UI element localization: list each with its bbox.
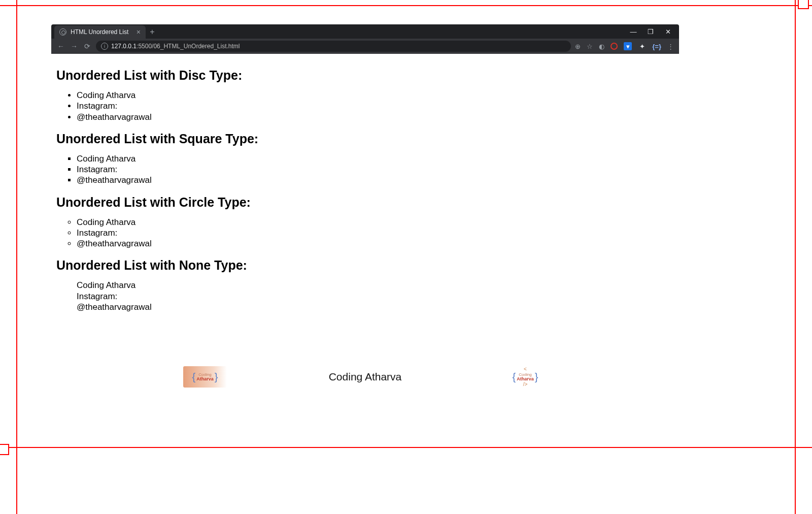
list-item: Instagram: bbox=[77, 164, 674, 175]
tab-title: HTML Unordered List bbox=[71, 28, 128, 36]
list-item: @theatharvagrawal bbox=[77, 238, 674, 249]
heading-none: Unordered List with None Type: bbox=[56, 258, 674, 273]
list-item: Coding Atharva bbox=[77, 153, 674, 164]
list-square: Coding Atharva Instagram: @theatharvagra… bbox=[56, 153, 674, 186]
extension-icon-3[interactable]: ▾ bbox=[624, 42, 632, 50]
list-item: Coding Atharva bbox=[77, 280, 674, 291]
site-info-icon[interactable]: i bbox=[101, 43, 108, 50]
footer-band: { Coding Atharva } Coding Atharva < { Co… bbox=[51, 362, 679, 392]
brace-icon: } bbox=[534, 372, 539, 382]
minimize-icon[interactable]: — bbox=[629, 28, 637, 36]
heading-disc: Unordered List with Disc Type: bbox=[56, 68, 674, 83]
tab-bar: HTML Unordered List × + — ❐ ✕ bbox=[51, 24, 679, 39]
logo-line2: Atharva bbox=[517, 377, 534, 381]
brand-center: Coding Atharva bbox=[329, 371, 402, 383]
brace-icon: } bbox=[214, 371, 219, 383]
extension-icon-4[interactable]: {=} bbox=[652, 43, 661, 50]
list-circle: Coding Atharva Instagram: @theatharvagra… bbox=[56, 217, 674, 249]
browser-tab[interactable]: HTML Unordered List × bbox=[54, 25, 146, 39]
logo-left: { Coding Atharva } bbox=[183, 366, 227, 388]
window-controls: — ❐ ✕ bbox=[622, 24, 679, 39]
zoom-icon[interactable]: ⊕ bbox=[575, 43, 581, 50]
address-bar[interactable]: i 127.0.0.1:5500/06_HTML_UnOrdered_List.… bbox=[96, 41, 571, 52]
angle-close-icon: /> bbox=[523, 382, 528, 387]
brace-icon: { bbox=[191, 371, 197, 383]
list-item: Coding Atharva bbox=[77, 90, 674, 101]
list-none: Coding Atharva Instagram: @theatharvagra… bbox=[56, 280, 674, 312]
browser-window: HTML Unordered List × + — ❐ ✕ ← → ⟳ i 12… bbox=[51, 24, 679, 410]
heading-circle: Unordered List with Circle Type: bbox=[56, 195, 674, 210]
extensions-icon[interactable] bbox=[638, 42, 646, 50]
extension-icon-2[interactable] bbox=[611, 43, 618, 50]
extension-icon-1[interactable]: ◐ bbox=[599, 43, 604, 50]
page-frame: HTML Unordered List × + — ❐ ✕ ← → ⟳ i 12… bbox=[16, 5, 796, 448]
bookmark-star-icon[interactable]: ☆ bbox=[587, 43, 593, 50]
page-viewport: Unordered List with Disc Type: Coding At… bbox=[51, 54, 679, 410]
forward-icon[interactable]: → bbox=[70, 42, 79, 50]
list-item: @theatharvagrawal bbox=[77, 112, 674, 122]
browser-toolbar: ← → ⟳ i 127.0.0.1:5500/06_HTML_UnOrdered… bbox=[51, 39, 679, 54]
list-item: Instagram: bbox=[77, 228, 674, 238]
list-disc: Coding Atharva Instagram: @theatharvagra… bbox=[56, 90, 674, 122]
logo-right: < { Coding Atharva } /> bbox=[503, 366, 547, 388]
list-item: @theatharvagrawal bbox=[77, 175, 674, 185]
list-item: Coding Atharva bbox=[77, 217, 674, 228]
kebab-menu-icon[interactable]: ⋮ bbox=[667, 43, 674, 50]
back-icon[interactable]: ← bbox=[56, 42, 65, 50]
maximize-icon[interactable]: ❐ bbox=[647, 28, 655, 36]
list-item: Instagram: bbox=[77, 101, 674, 111]
close-icon[interactable]: × bbox=[137, 28, 141, 36]
logo-line2: Atharva bbox=[196, 377, 214, 381]
toolbar-right: ⊕ ☆ ◐ ▾ {=} ⋮ bbox=[575, 42, 674, 50]
reload-icon[interactable]: ⟳ bbox=[83, 42, 92, 50]
list-item: Instagram: bbox=[77, 291, 674, 302]
angle-open-icon: < bbox=[524, 367, 527, 372]
list-item: @theatharvagrawal bbox=[77, 302, 674, 312]
brace-icon: { bbox=[512, 372, 517, 382]
globe-icon bbox=[59, 28, 66, 36]
new-tab-button[interactable]: + bbox=[146, 25, 159, 39]
url-text: 127.0.0.1:5500/06_HTML_UnOrdered_List.ht… bbox=[111, 43, 240, 50]
heading-square: Unordered List with Square Type: bbox=[56, 132, 674, 146]
close-window-icon[interactable]: ✕ bbox=[664, 28, 672, 36]
